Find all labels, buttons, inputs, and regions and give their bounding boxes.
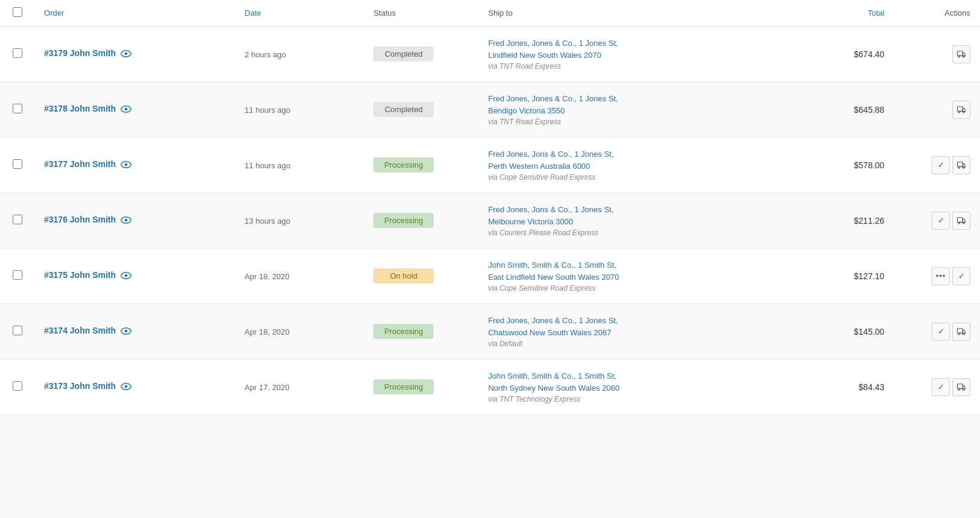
table-row: #3176 John Smith13 hours agoProcessingFr…	[0, 193, 980, 248]
table-header: Order Date Status Ship to Total Actions	[0, 0, 980, 27]
select-all-checkbox[interactable]	[13, 7, 22, 17]
check-action-button[interactable]: ✓	[932, 156, 950, 174]
header-total[interactable]: Total	[779, 0, 894, 27]
order-link[interactable]: #3175 John Smith	[44, 270, 116, 280]
order-cell: #3177 John Smith	[34, 137, 235, 193]
svg-point-6	[125, 107, 128, 110]
status-cell: On hold	[364, 248, 478, 304]
status-badge: Completed	[373, 102, 434, 117]
table-row: #3175 John SmithApr 18, 2020On holdJohn …	[0, 248, 980, 304]
order-cell: #3176 John Smith	[34, 193, 235, 248]
status-badge: Processing	[373, 213, 434, 228]
check-action-button[interactable]: ✓	[932, 378, 950, 396]
check-action-button[interactable]: ✓	[952, 267, 970, 285]
ship-via: via Default	[488, 340, 770, 348]
svg-point-1	[125, 52, 128, 55]
actions-cell: ✓	[894, 137, 980, 193]
row-checkbox[interactable]	[13, 215, 22, 224]
truck-action-button[interactable]	[952, 156, 970, 174]
row-checkbox[interactable]	[13, 270, 22, 280]
total-amount: $674.40	[854, 49, 885, 59]
eye-icon[interactable]	[121, 271, 131, 282]
shipto-cell: Fred Jones, Jones & Co., 1 Jones St,Lind…	[478, 27, 779, 82]
row-checkbox[interactable]	[13, 326, 22, 335]
truck-action-button[interactable]	[952, 212, 970, 230]
total-cell: $84.43	[779, 359, 894, 415]
eye-icon[interactable]	[121, 382, 131, 393]
row-checkbox-cell	[0, 137, 34, 193]
date-text: Apr 17, 2020	[245, 383, 289, 392]
ship-name: Fred Jones, Jons & Co., 1 Jones St,Melbo…	[488, 204, 770, 227]
actions-container: ✓	[903, 156, 970, 174]
truck-action-button[interactable]	[952, 45, 970, 63]
table-row: #3178 John Smith11 hours agoCompletedFre…	[0, 82, 980, 137]
total-cell: $674.40	[779, 27, 894, 82]
ship-name: Fred Jones, Jones & Co., 1 Jones St,Lind…	[488, 37, 770, 61]
date-text: Apr 18, 2020	[245, 272, 289, 281]
svg-point-26	[963, 333, 964, 335]
order-link[interactable]: #3174 John Smith	[44, 326, 116, 335]
eye-icon[interactable]	[121, 215, 131, 226]
status-badge: Processing	[373, 157, 434, 172]
order-link[interactable]: #3178 John Smith	[44, 104, 116, 113]
actions-cell: ✓	[894, 304, 980, 359]
svg-rect-24	[958, 328, 963, 333]
row-checkbox[interactable]	[13, 159, 22, 169]
date-cell: Apr 17, 2020	[235, 359, 364, 415]
order-cell: #3175 John Smith	[34, 248, 235, 304]
status-cell: Processing	[364, 304, 478, 359]
header-status: Status	[364, 0, 478, 27]
table-row: #3173 John SmithApr 17, 2020ProcessingJo…	[0, 359, 980, 415]
status-cell: Processing	[364, 193, 478, 248]
row-checkbox-cell	[0, 359, 34, 415]
row-checkbox[interactable]	[13, 381, 22, 391]
check-action-button[interactable]: ✓	[932, 323, 950, 341]
svg-point-11	[125, 163, 128, 166]
date-text: 11 hours ago	[245, 106, 291, 115]
orders-table-container: Order Date Status Ship to Total Actions …	[0, 0, 980, 415]
dots-action-button[interactable]: •••	[932, 267, 950, 285]
eye-icon[interactable]	[121, 160, 131, 171]
header-actions: Actions	[894, 0, 980, 27]
order-link[interactable]: #3179 John Smith	[44, 48, 116, 58]
shipto-cell: Fred Jones, Jons & Co., 1 Jones St,Perth…	[478, 137, 779, 193]
check-action-button[interactable]: ✓	[932, 212, 950, 230]
order-link[interactable]: #3176 John Smith	[44, 215, 116, 224]
actions-cell	[894, 82, 980, 137]
eye-icon[interactable]	[121, 104, 131, 115]
order-link[interactable]: #3173 John Smith	[44, 381, 116, 391]
svg-rect-29	[958, 384, 963, 388]
eye-icon[interactable]	[121, 326, 131, 337]
actions-container: ✓	[903, 378, 970, 396]
date-cell: 11 hours ago	[235, 137, 364, 193]
actions-cell: ✓	[894, 193, 980, 248]
shipto-cell: Fred Jones, Jons & Co., 1 Jones St,Melbo…	[478, 193, 779, 248]
svg-rect-17	[958, 217, 963, 222]
truck-action-button[interactable]	[952, 323, 970, 341]
ship-via: via Cope Sensitive Road Express	[488, 284, 770, 292]
ship-via: via Cope Sensitive Road Express	[488, 173, 770, 182]
truck-action-button[interactable]	[952, 101, 970, 119]
shipto-cell: Fred Jones, Jones & Co., 1 Jones St,Bend…	[478, 82, 779, 137]
actions-cell: ✓	[894, 359, 980, 415]
eye-icon[interactable]	[121, 49, 131, 60]
status-cell: Completed	[364, 82, 478, 137]
svg-point-16	[125, 218, 128, 221]
actions-container: •••✓	[903, 267, 970, 285]
date-cell: 2 hours ago	[235, 27, 364, 82]
row-checkbox[interactable]	[13, 104, 22, 113]
truck-action-button[interactable]	[952, 378, 970, 396]
shipto-cell: John Smith, Smith & Co., 1 Smith St,Nort…	[478, 359, 779, 415]
svg-rect-2	[958, 51, 963, 55]
status-badge: On hold	[373, 268, 434, 283]
actions-cell	[894, 27, 980, 82]
order-link[interactable]: #3177 John Smith	[44, 159, 116, 169]
header-order[interactable]: Order	[34, 0, 235, 27]
ship-name: Fred Jones, Jones & Co., 1 Jones St,Chat…	[488, 315, 770, 338]
total-amount: $578.00	[854, 160, 885, 170]
orders-table: Order Date Status Ship to Total Actions …	[0, 0, 980, 415]
row-checkbox[interactable]	[13, 48, 22, 58]
status-badge: Processing	[373, 324, 434, 339]
svg-point-19	[963, 222, 964, 224]
header-date[interactable]: Date	[235, 0, 364, 27]
